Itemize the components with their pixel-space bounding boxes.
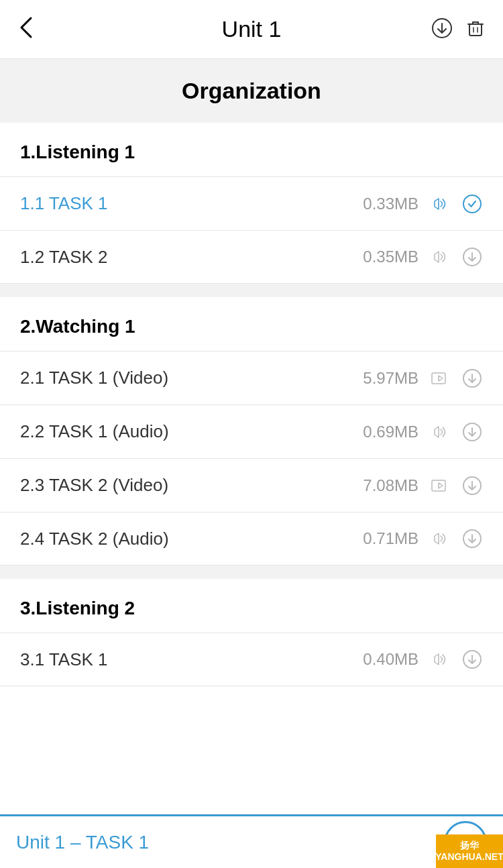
group-separator [0, 284, 503, 297]
download-icon [461, 246, 483, 268]
task-label: 1.2 TASK 2 [20, 247, 358, 268]
video-icon [429, 475, 451, 496]
task-row[interactable]: 3.1 TASK 1 0.40MB [0, 633, 503, 686]
task-size: 5.97MB [358, 369, 418, 388]
task-row[interactable]: 2.2 TASK 1 (Audio) 0.69MB [0, 404, 503, 458]
task-meta: 0.35MB [358, 246, 483, 268]
group-separator [0, 565, 503, 579]
group-tasks-2: 2.1 TASK 1 (Video) 5.97MB [0, 351, 503, 565]
download-icon [461, 649, 483, 670]
group-header-3: 3.Listening 2 [0, 579, 503, 633]
watermark: 扬华YANGHUA.NET [436, 834, 503, 868]
header-right [433, 17, 487, 42]
header-left [16, 13, 70, 46]
section-banner: Organization [0, 59, 503, 123]
task-meta: 7.08MB [358, 475, 483, 496]
watermark-text: 扬华YANGHUA.NET [435, 840, 503, 863]
section-title: Organization [182, 78, 321, 103]
group-title-3: 3.Listening 2 [20, 598, 135, 618]
delete-button[interactable] [464, 17, 487, 42]
task-size: 0.40MB [358, 650, 418, 669]
back-button[interactable] [16, 13, 35, 46]
task-row[interactable]: 2.3 TASK 2 (Video) 7.08MB [0, 458, 503, 512]
svg-point-2 [463, 195, 481, 213]
task-meta: 5.97MB [358, 368, 483, 389]
group-tasks-1: 1.1 TASK 1 0.33MB [0, 176, 503, 284]
task-label: 2.1 TASK 1 (Video) [20, 368, 358, 388]
task-size: 0.33MB [358, 195, 418, 213]
group-header-1: 1.Listening 1 [0, 123, 503, 176]
task-size: 0.69MB [358, 423, 418, 441]
task-meta: 0.40MB [358, 649, 483, 670]
downloaded-icon [461, 193, 483, 215]
task-meta: 0.69MB [358, 421, 483, 443]
task-label: 2.2 TASK 1 (Audio) [20, 421, 358, 442]
audio-icon [429, 246, 451, 268]
bottom-player-bar: Unit 1 – TASK 1 [0, 814, 503, 868]
audio-icon [429, 528, 451, 549]
download-icon [461, 528, 483, 549]
task-size: 0.35MB [358, 248, 418, 266]
audio-icon [429, 421, 451, 443]
task-row[interactable]: 1.2 TASK 2 0.35MB [0, 230, 503, 284]
app-header: Unit 1 [0, 0, 503, 59]
task-meta: 0.71MB [358, 528, 483, 549]
download-icon [461, 421, 483, 443]
content-area: 1.Listening 1 1.1 TASK 1 0.33MB [0, 123, 503, 753]
group-tasks-3: 3.1 TASK 1 0.40MB [0, 633, 503, 686]
audio-icon [429, 193, 451, 215]
task-label: 2.3 TASK 2 (Video) [20, 475, 358, 496]
download-icon [461, 475, 483, 496]
video-icon [429, 368, 451, 389]
task-size: 7.08MB [358, 476, 418, 495]
task-label: 2.4 TASK 2 (Audio) [20, 529, 358, 549]
task-row[interactable]: 2.4 TASK 2 (Audio) 0.71MB [0, 512, 503, 565]
task-label: 3.1 TASK 1 [20, 649, 358, 670]
audio-icon [429, 649, 451, 670]
svg-rect-1 [469, 24, 482, 36]
download-button[interactable] [431, 17, 453, 42]
task-size: 0.71MB [358, 529, 418, 548]
task-row[interactable]: 2.1 TASK 1 (Video) 5.97MB [0, 351, 503, 404]
download-icon [461, 368, 483, 389]
page-title: Unit 1 [70, 16, 433, 42]
group-header-2: 2.Watching 1 [0, 297, 503, 351]
now-playing-label: Unit 1 – TASK 1 [16, 832, 444, 853]
task-row[interactable]: 1.1 TASK 1 0.33MB [0, 176, 503, 230]
task-meta: 0.33MB [358, 193, 483, 215]
group-title-2: 2.Watching 1 [20, 316, 135, 337]
group-title-1: 1.Listening 1 [20, 142, 135, 162]
task-label: 1.1 TASK 1 [20, 193, 358, 214]
